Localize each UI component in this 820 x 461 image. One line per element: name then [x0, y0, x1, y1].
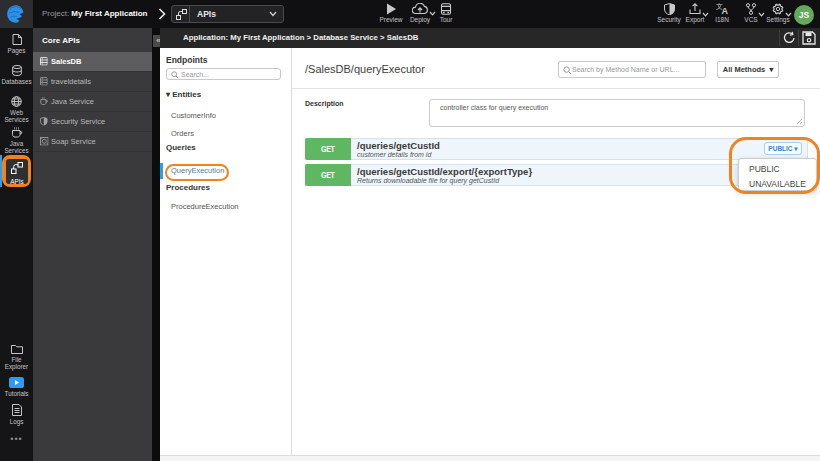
svg-text:A: A [721, 6, 728, 15]
